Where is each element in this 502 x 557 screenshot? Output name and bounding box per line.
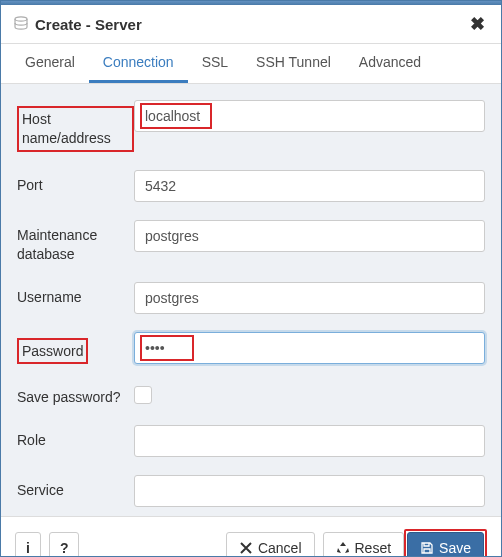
tab-connection[interactable]: Connection [89, 44, 188, 83]
role-input[interactable] [134, 425, 485, 457]
svg-point-0 [15, 17, 27, 21]
dialog-header: Create - Server ✖ [1, 5, 501, 44]
password-input[interactable] [134, 332, 485, 364]
service-label: Service [17, 475, 134, 500]
username-label: Username [17, 282, 134, 307]
tab-bar: General Connection SSL SSH Tunnel Advanc… [1, 44, 501, 84]
info-button[interactable]: i [15, 532, 41, 557]
tab-ssl[interactable]: SSL [188, 44, 242, 83]
host-input[interactable] [134, 100, 485, 132]
save-icon [420, 541, 434, 555]
button-bar: i ? Cancel Reset Save [1, 516, 501, 557]
save-button[interactable]: Save [407, 532, 484, 557]
cancel-button[interactable]: Cancel [226, 532, 315, 557]
save-password-checkbox[interactable] [134, 386, 152, 404]
password-label: Password [17, 332, 134, 365]
server-icon [13, 16, 29, 32]
close-icon[interactable]: ✖ [466, 13, 489, 35]
role-label: Role [17, 425, 134, 450]
tab-ssh-tunnel[interactable]: SSH Tunnel [242, 44, 345, 83]
service-input[interactable] [134, 475, 485, 507]
connection-form: Host name/address Port Maintenance datab… [1, 84, 501, 516]
reset-label: Reset [355, 540, 392, 556]
reset-button[interactable]: Reset [323, 532, 405, 557]
close-icon [239, 541, 253, 555]
tab-advanced[interactable]: Advanced [345, 44, 435, 83]
port-input[interactable] [134, 170, 485, 202]
help-button[interactable]: ? [49, 532, 80, 557]
recycle-icon [336, 541, 350, 555]
tab-general[interactable]: General [11, 44, 89, 83]
save-label: Save [439, 540, 471, 556]
save-button-highlight: Save [404, 529, 487, 557]
dialog-title: Create - Server [35, 16, 466, 33]
host-label: Host name/address [17, 100, 134, 152]
save-password-label: Save password? [17, 382, 134, 407]
port-label: Port [17, 170, 134, 195]
username-input[interactable] [134, 282, 485, 314]
cancel-label: Cancel [258, 540, 302, 556]
maintenance-db-input[interactable] [134, 220, 485, 252]
maintenance-db-label: Maintenance database [17, 220, 134, 264]
